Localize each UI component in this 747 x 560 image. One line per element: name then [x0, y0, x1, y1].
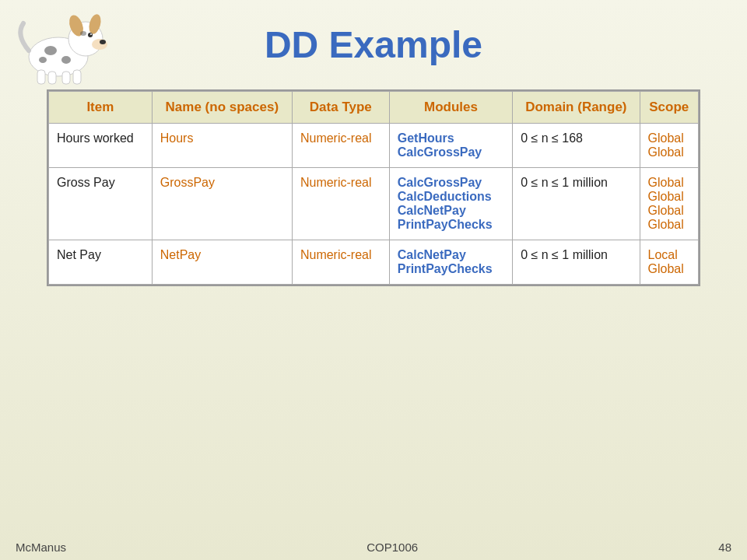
row2-domain: 0 ≤ n ≤ 1 million: [513, 168, 640, 240]
row2-name: GrossPay: [152, 168, 292, 240]
header-datatype: Data Type: [292, 92, 389, 124]
row3-scope: LocalGlobal: [640, 240, 698, 285]
row1-name: Hours: [152, 124, 292, 168]
svg-rect-12: [37, 70, 45, 84]
row2-modules: CalcGrossPayCalcDeductionsCalcNetPayPrin…: [389, 168, 512, 240]
row1-datatype: Numeric-real: [292, 124, 389, 168]
table-row: Net Pay NetPay Numeric-real CalcNetPayPr…: [49, 240, 699, 285]
header-modules: Modules: [389, 92, 512, 124]
dd-table: Item Name (no spaces) Data Type Modules …: [48, 91, 699, 285]
svg-point-7: [90, 33, 92, 35]
svg-point-8: [44, 46, 57, 55]
header-scope: Scope: [640, 92, 698, 124]
svg-point-11: [80, 31, 86, 36]
footer-left: McManus: [16, 541, 66, 554]
svg-point-10: [39, 57, 47, 63]
row3-datatype: Numeric-real: [292, 240, 389, 285]
table-header-row: Item Name (no spaces) Data Type Modules …: [49, 92, 699, 124]
row1-scope: GlobalGlobal: [640, 124, 698, 168]
row1-item: Hours worked: [49, 124, 153, 168]
svg-point-9: [61, 56, 71, 64]
svg-rect-14: [62, 72, 70, 84]
row1-domain: 0 ≤ n ≤ 168: [513, 124, 640, 168]
row1-modules: GetHoursCalcGrossPay: [389, 124, 512, 168]
table-row: Gross Pay GrossPay Numeric-real CalcGros…: [49, 168, 699, 240]
row2-item: Gross Pay: [49, 168, 153, 240]
row3-item: Net Pay: [49, 240, 153, 285]
footer: McManus COP1006 48: [0, 541, 747, 554]
svg-rect-13: [48, 72, 56, 84]
dog-image: [8, 4, 109, 89]
footer-center: COP1006: [366, 541, 418, 554]
row2-scope: GlobalGlobalGlobalGlobal: [640, 168, 698, 240]
table-row: Hours worked Hours Numeric-real GetHours…: [49, 124, 699, 168]
footer-right: 48: [718, 541, 731, 554]
main-table-container: Item Name (no spaces) Data Type Modules …: [47, 89, 700, 286]
row3-modules: CalcNetPayPrintPayChecks: [389, 240, 512, 285]
page-title: DD Example: [0, 0, 747, 82]
row3-domain: 0 ≤ n ≤ 1 million: [513, 240, 640, 285]
row3-name: NetPay: [152, 240, 292, 285]
svg-point-6: [88, 33, 93, 37]
header-item: Item: [49, 92, 153, 124]
row2-datatype: Numeric-real: [292, 168, 389, 240]
header-domain: Domain (Range): [513, 92, 640, 124]
svg-point-5: [100, 40, 106, 44]
svg-rect-15: [73, 70, 81, 84]
header-name: Name (no spaces): [152, 92, 292, 124]
